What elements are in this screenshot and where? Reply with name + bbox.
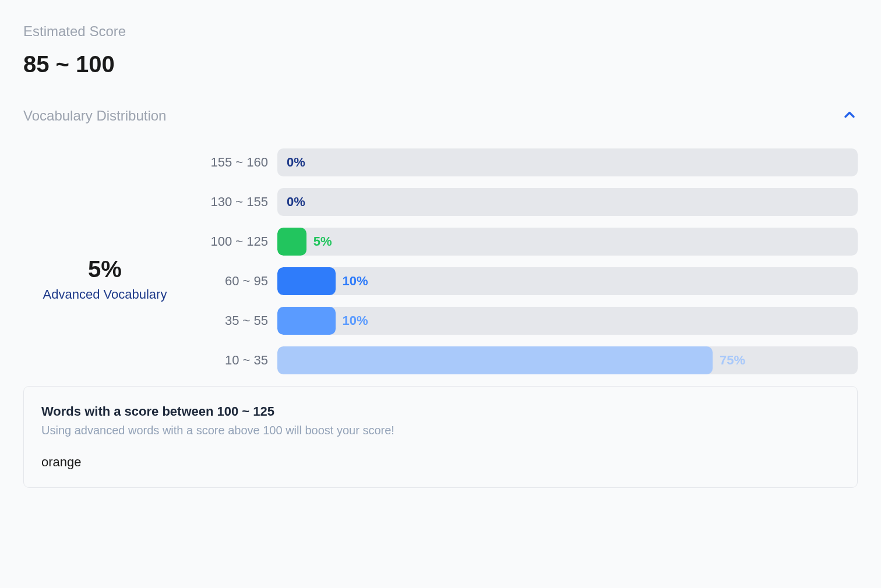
detail-word: orange <box>41 455 840 470</box>
bar-value-label: 0% <box>277 155 305 170</box>
bar-value-label: 10% <box>343 274 368 289</box>
bar-row: 100 ~ 1255% <box>198 228 858 256</box>
estimated-score-value: 85 ~ 100 <box>23 51 858 77</box>
bar-row: 155 ~ 1600% <box>198 148 858 176</box>
vocab-distribution-title: Vocabulary Distribution <box>23 108 166 124</box>
distribution-container: 5% Advanced Vocabulary 155 ~ 1600%130 ~ … <box>23 148 858 374</box>
vocab-distribution-header: Vocabulary Distribution <box>23 107 858 125</box>
bar-fill <box>277 346 713 374</box>
bar-track[interactable]: 10% <box>277 307 858 335</box>
bar-row: 35 ~ 5510% <box>198 307 858 335</box>
bar-fill <box>277 267 336 295</box>
detail-title: Words with a score between 100 ~ 125 <box>41 404 840 419</box>
bar-value-label: 75% <box>720 353 745 368</box>
bar-track[interactable]: 10% <box>277 267 858 295</box>
bar-track[interactable]: 5% <box>277 228 858 256</box>
advanced-vocab-percent: 5% <box>88 256 122 282</box>
bar-fill <box>277 228 306 256</box>
bar-row: 60 ~ 9510% <box>198 267 858 295</box>
bar-range-label: 155 ~ 160 <box>198 155 268 170</box>
estimated-score-section: Estimated Score 85 ~ 100 <box>23 23 858 77</box>
bars-container: 155 ~ 1600%130 ~ 1550%100 ~ 1255%60 ~ 95… <box>198 148 858 374</box>
bar-value-label: 0% <box>277 194 305 210</box>
chevron-up-icon[interactable] <box>841 107 858 125</box>
bar-range-label: 100 ~ 125 <box>198 234 268 249</box>
bar-row: 130 ~ 1550% <box>198 188 858 216</box>
bar-value-label: 10% <box>343 313 368 328</box>
bar-track[interactable]: 0% <box>277 148 858 176</box>
bar-range-label: 35 ~ 55 <box>198 313 268 328</box>
bar-value-label: 5% <box>313 234 332 249</box>
bar-range-label: 10 ~ 35 <box>198 353 268 368</box>
bar-range-label: 130 ~ 155 <box>198 194 268 210</box>
bar-track[interactable]: 0% <box>277 188 858 216</box>
bar-range-label: 60 ~ 95 <box>198 274 268 289</box>
advanced-vocab-label: Advanced Vocabulary <box>43 287 167 302</box>
detail-box: Words with a score between 100 ~ 125 Usi… <box>23 386 858 488</box>
bar-row: 10 ~ 3575% <box>198 346 858 374</box>
detail-subtitle: Using advanced words with a score above … <box>41 424 840 437</box>
advanced-vocab-summary: 5% Advanced Vocabulary <box>23 148 186 374</box>
bar-track[interactable]: 75% <box>277 346 858 374</box>
bar-fill <box>277 307 336 335</box>
estimated-score-label: Estimated Score <box>23 23 858 40</box>
